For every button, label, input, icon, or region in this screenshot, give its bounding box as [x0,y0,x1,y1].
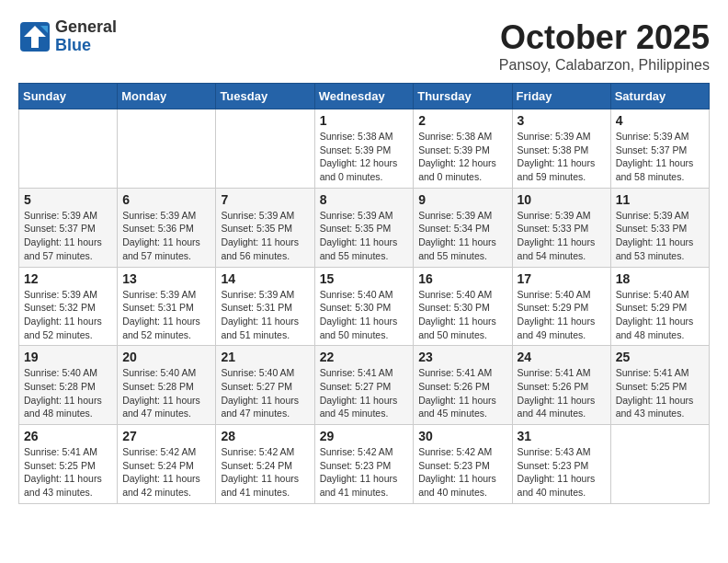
day-number: 31 [518,429,606,443]
day-info: Sunrise: 5:40 AM Sunset: 5:30 PM Dayligh… [418,288,506,342]
day-number: 16 [418,271,506,286]
calendar-cell: 5Sunrise: 5:39 AM Sunset: 5:37 PM Daylig… [19,188,118,267]
weekday-header-tuesday: Tuesday [216,84,314,109]
weekday-row: SundayMondayTuesdayWednesdayThursdayFrid… [19,84,710,109]
day-info: Sunrise: 5:42 AM Sunset: 5:24 PM Dayligh… [122,445,210,500]
calendar-cell: 29Sunrise: 5:42 AM Sunset: 5:23 PM Dayli… [314,425,414,504]
weekday-header-wednesday: Wednesday [314,84,414,109]
calendar-cell: 2Sunrise: 5:38 AM Sunset: 5:39 PM Daylig… [414,109,512,189]
day-info: Sunrise: 5:39 AM Sunset: 5:35 PM Dayligh… [221,209,309,263]
day-number: 18 [616,271,704,286]
day-info: Sunrise: 5:39 AM Sunset: 5:36 PM Dayligh… [122,209,210,263]
calendar-cell: 8Sunrise: 5:39 AM Sunset: 5:35 PM Daylig… [314,188,414,267]
day-info: Sunrise: 5:42 AM Sunset: 5:23 PM Dayligh… [320,445,409,500]
calendar-week-1: 1Sunrise: 5:38 AM Sunset: 5:39 PM Daylig… [19,109,710,189]
calendar-cell: 11Sunrise: 5:39 AM Sunset: 5:33 PM Dayli… [610,188,709,267]
calendar-cell [216,109,314,189]
calendar-cell: 3Sunrise: 5:39 AM Sunset: 5:38 PM Daylig… [512,109,610,189]
day-number: 21 [221,350,309,364]
day-info: Sunrise: 5:38 AM Sunset: 5:39 PM Dayligh… [418,130,506,184]
day-info: Sunrise: 5:39 AM Sunset: 5:37 PM Dayligh… [616,130,704,184]
day-info: Sunrise: 5:43 AM Sunset: 5:23 PM Dayligh… [518,445,606,500]
calendar-body: 1Sunrise: 5:38 AM Sunset: 5:39 PM Daylig… [19,109,710,504]
calendar-cell: 16Sunrise: 5:40 AM Sunset: 5:30 PM Dayli… [414,267,512,346]
day-number: 20 [122,350,210,364]
day-info: Sunrise: 5:40 AM Sunset: 5:29 PM Dayligh… [616,288,704,342]
month-title: October 2025 [499,18,710,57]
calendar-cell: 25Sunrise: 5:41 AM Sunset: 5:25 PM Dayli… [610,346,709,425]
calendar-cell [19,109,118,189]
calendar-cell: 19Sunrise: 5:40 AM Sunset: 5:28 PM Dayli… [19,346,118,425]
weekday-header-monday: Monday [118,84,216,109]
calendar-cell: 21Sunrise: 5:40 AM Sunset: 5:27 PM Dayli… [216,346,314,425]
day-info: Sunrise: 5:39 AM Sunset: 5:31 PM Dayligh… [122,288,210,342]
day-info: Sunrise: 5:41 AM Sunset: 5:25 PM Dayligh… [616,366,704,420]
weekday-header-thursday: Thursday [414,84,512,109]
logo-text: General Blue [55,18,117,55]
calendar-cell: 28Sunrise: 5:42 AM Sunset: 5:24 PM Dayli… [216,425,314,504]
day-info: Sunrise: 5:41 AM Sunset: 5:27 PM Dayligh… [320,366,409,420]
day-number: 13 [122,271,210,286]
calendar-cell: 1Sunrise: 5:38 AM Sunset: 5:39 PM Daylig… [314,109,414,189]
day-number: 15 [320,271,409,286]
calendar-week-5: 26Sunrise: 5:41 AM Sunset: 5:25 PM Dayli… [19,425,710,504]
calendar-cell: 31Sunrise: 5:43 AM Sunset: 5:23 PM Dayli… [512,425,610,504]
day-number: 8 [320,192,409,207]
day-number: 27 [122,429,210,443]
calendar-cell [610,425,709,504]
day-number: 12 [24,271,112,286]
day-info: Sunrise: 5:40 AM Sunset: 5:30 PM Dayligh… [320,288,409,342]
day-info: Sunrise: 5:40 AM Sunset: 5:28 PM Dayligh… [122,366,210,420]
day-number: 29 [320,429,409,443]
calendar-cell: 13Sunrise: 5:39 AM Sunset: 5:31 PM Dayli… [118,267,216,346]
day-info: Sunrise: 5:41 AM Sunset: 5:25 PM Dayligh… [24,445,112,500]
day-info: Sunrise: 5:40 AM Sunset: 5:28 PM Dayligh… [24,366,112,420]
calendar-cell: 27Sunrise: 5:42 AM Sunset: 5:24 PM Dayli… [118,425,216,504]
calendar-cell: 20Sunrise: 5:40 AM Sunset: 5:28 PM Dayli… [118,346,216,425]
calendar-cell: 6Sunrise: 5:39 AM Sunset: 5:36 PM Daylig… [118,188,216,267]
day-number: 23 [418,350,506,364]
calendar-cell: 30Sunrise: 5:42 AM Sunset: 5:23 PM Dayli… [414,425,512,504]
day-number: 28 [221,429,309,443]
day-info: Sunrise: 5:41 AM Sunset: 5:26 PM Dayligh… [518,366,606,420]
day-number: 6 [122,192,210,207]
day-info: Sunrise: 5:39 AM Sunset: 5:35 PM Dayligh… [320,209,409,263]
calendar-week-3: 12Sunrise: 5:39 AM Sunset: 5:32 PM Dayli… [19,267,710,346]
calendar-cell: 18Sunrise: 5:40 AM Sunset: 5:29 PM Dayli… [610,267,709,346]
day-info: Sunrise: 5:40 AM Sunset: 5:29 PM Dayligh… [518,288,606,342]
calendar-cell: 22Sunrise: 5:41 AM Sunset: 5:27 PM Dayli… [314,346,414,425]
calendar-cell: 9Sunrise: 5:39 AM Sunset: 5:34 PM Daylig… [414,188,512,267]
day-info: Sunrise: 5:41 AM Sunset: 5:26 PM Dayligh… [418,366,506,420]
weekday-header-sunday: Sunday [19,84,118,109]
calendar-cell: 12Sunrise: 5:39 AM Sunset: 5:32 PM Dayli… [19,267,118,346]
logo-icon [18,20,51,53]
calendar-cell: 15Sunrise: 5:40 AM Sunset: 5:30 PM Dayli… [314,267,414,346]
calendar-cell: 4Sunrise: 5:39 AM Sunset: 5:37 PM Daylig… [610,109,709,189]
calendar-cell: 14Sunrise: 5:39 AM Sunset: 5:31 PM Dayli… [216,267,314,346]
calendar-cell: 7Sunrise: 5:39 AM Sunset: 5:35 PM Daylig… [216,188,314,267]
logo: General Blue [18,18,117,55]
calendar-cell: 17Sunrise: 5:40 AM Sunset: 5:29 PM Dayli… [512,267,610,346]
day-info: Sunrise: 5:42 AM Sunset: 5:23 PM Dayligh… [418,445,506,500]
location-subtitle: Pansoy, Calabarzon, Philippines [499,57,710,74]
day-number: 1 [320,113,409,128]
weekday-header-friday: Friday [512,84,610,109]
day-number: 9 [418,192,506,207]
calendar-cell: 24Sunrise: 5:41 AM Sunset: 5:26 PM Dayli… [512,346,610,425]
day-number: 3 [518,113,606,128]
day-number: 7 [221,192,309,207]
calendar-cell: 26Sunrise: 5:41 AM Sunset: 5:25 PM Dayli… [19,425,118,504]
day-number: 4 [616,113,704,128]
day-number: 11 [616,192,704,207]
page-header: General Blue October 2025 Pansoy, Calaba… [18,18,710,74]
day-info: Sunrise: 5:39 AM Sunset: 5:33 PM Dayligh… [518,209,606,263]
day-number: 30 [418,429,506,443]
calendar-cell: 10Sunrise: 5:39 AM Sunset: 5:33 PM Dayli… [512,188,610,267]
day-info: Sunrise: 5:40 AM Sunset: 5:27 PM Dayligh… [221,366,309,420]
day-info: Sunrise: 5:38 AM Sunset: 5:39 PM Dayligh… [320,130,409,184]
day-number: 14 [221,271,309,286]
day-number: 19 [24,350,112,364]
day-number: 5 [24,192,112,207]
day-number: 26 [24,429,112,443]
day-number: 17 [518,271,606,286]
